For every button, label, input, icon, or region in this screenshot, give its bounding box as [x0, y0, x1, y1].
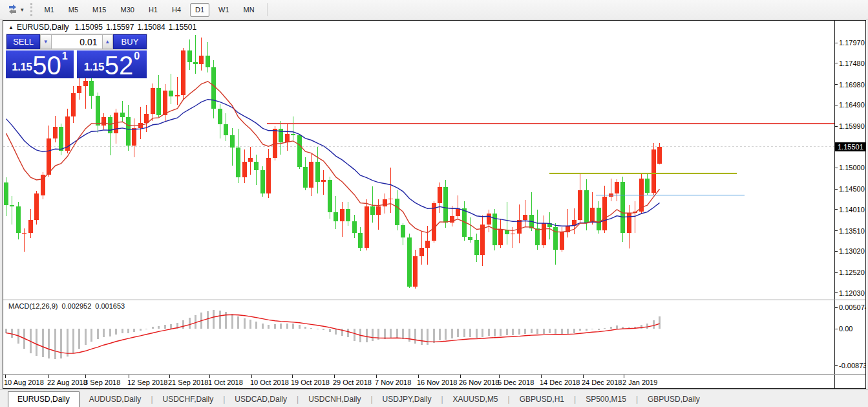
- macd-histogram-bar: [469, 329, 471, 337]
- macd-histogram-bar: [42, 329, 44, 357]
- candle-body: [333, 212, 338, 221]
- candle-body: [169, 91, 173, 97]
- macd-histogram-bar: [366, 329, 368, 342]
- tab-xauusd-m5[interactable]: XAUUSD,M5: [443, 392, 508, 407]
- timeframe-button-d1[interactable]: D1: [190, 3, 209, 17]
- macd-histogram-bar: [11, 329, 13, 338]
- candle-body: [425, 241, 430, 247]
- candle-body: [346, 209, 350, 222]
- candle-body: [321, 180, 326, 182]
- candle-body: [211, 67, 216, 109]
- candle-body: [468, 237, 472, 240]
- tab-sp500-m15[interactable]: SP500,M15: [576, 392, 636, 407]
- macd-histogram-bar: [482, 329, 483, 337]
- timeframe-button-mn[interactable]: MN: [238, 3, 260, 17]
- sell-button[interactable]: SELL: [6, 34, 40, 49]
- tab-usdchf-daily[interactable]: USDCHF,Daily: [153, 392, 224, 407]
- candle-body: [511, 234, 515, 234]
- candle-body: [96, 96, 100, 126]
- macd-histogram-bar: [549, 329, 551, 333]
- macd-histogram-bar: [164, 325, 166, 329]
- volume-increase-button[interactable]: ▲: [102, 34, 113, 49]
- macd-histogram-bar: [384, 329, 386, 339]
- ma-fast-line: [6, 82, 660, 233]
- macd-histogram-bar: [48, 329, 50, 358]
- buy-price-display[interactable]: 1.15 52 0: [77, 50, 147, 78]
- tab-audusd-daily[interactable]: AUDUSD,Daily: [79, 392, 151, 407]
- sell-price-display[interactable]: 1.15 50 1: [6, 50, 74, 78]
- timeframe-button-m1[interactable]: M1: [39, 3, 59, 17]
- timeframe-button-m5[interactable]: M5: [63, 3, 83, 17]
- tab-usdcnh-daily[interactable]: USDCNH,Daily: [299, 392, 370, 407]
- macd-histogram-bar: [329, 329, 331, 332]
- candle-body: [71, 93, 76, 116]
- macd-histogram-bar: [610, 327, 612, 329]
- tab-usdjpy-daily[interactable]: USDJPY,Daily: [373, 392, 441, 407]
- chart-window[interactable]: ▲ EURUSD,Daily 1.15095 1.15597 1.15084 1…: [3, 20, 866, 389]
- macd-histogram-bar: [494, 329, 496, 336]
- candle-body: [498, 230, 503, 245]
- toolbar-dropdown-caret-icon[interactable]: ▾: [21, 6, 24, 13]
- volume-input[interactable]: [52, 34, 102, 49]
- candle-body: [59, 127, 63, 151]
- candle-body: [615, 182, 619, 193]
- macd-histogram-bar: [219, 311, 221, 329]
- tab-gbpusd-h1[interactable]: GBPUSD,H1: [510, 392, 574, 407]
- candle-body: [352, 221, 357, 233]
- candle-body: [407, 237, 412, 287]
- macd-histogram-bar: [103, 329, 105, 337]
- macd-histogram-bar: [189, 318, 191, 329]
- price-axis-label: 1.17480: [839, 60, 865, 67]
- timeframe-button-h4[interactable]: H4: [167, 3, 186, 17]
- volume-decrease-button[interactable]: ▼: [40, 34, 51, 49]
- ohlc-open: 1.15095: [75, 23, 103, 32]
- candle-body: [77, 86, 81, 93]
- candle-body: [156, 88, 161, 115]
- price-axis-label: 1.13020: [839, 247, 865, 255]
- candle-body: [340, 209, 344, 221]
- macd-histogram-bar: [268, 325, 270, 329]
- macd-histogram-bar: [604, 328, 606, 329]
- candle-body: [291, 134, 295, 135]
- toolbar-grip-handle[interactable]: [30, 3, 32, 16]
- timeframe-button-m30[interactable]: M30: [116, 3, 140, 17]
- candle-body: [297, 135, 302, 166]
- candle-body: [266, 158, 271, 193]
- macd-histogram-bar: [280, 324, 282, 329]
- candle-body: [383, 199, 387, 207]
- macd-histogram-bar: [408, 329, 410, 342]
- chart-collapse-icon[interactable]: ▲: [8, 25, 14, 30]
- date-axis-label: 29 Oct 2018: [333, 379, 372, 386]
- candle-body: [438, 187, 442, 203]
- candle-body: [163, 91, 167, 115]
- tab-gbpusd-daily[interactable]: GBPUSD,Daily: [638, 392, 710, 407]
- date-axis-label: 16 Nov 2018: [417, 379, 457, 386]
- macd-histogram-bar: [122, 329, 123, 333]
- indicator-panel-separator[interactable]: [3, 300, 865, 300]
- macd-histogram-bar: [90, 329, 92, 342]
- tab-eurusd-daily[interactable]: EURUSD,Daily: [8, 391, 79, 407]
- macd-histogram-bar: [512, 329, 514, 335]
- timeframe-toolbar: ▾ M1M5M15M30H1H4D1W1MN: [0, 0, 868, 20]
- candle-body: [419, 248, 424, 257]
- macd-histogram-bar: [506, 329, 508, 335]
- candle-body: [456, 208, 460, 216]
- candle-body: [487, 214, 491, 225]
- one-click-trading-panel: SELL ▼ ▲ BUY 1.15 50 1 1.15 52 0: [6, 34, 147, 78]
- macd-histogram-bar: [598, 329, 600, 330]
- macd-histogram-bar: [145, 329, 147, 329]
- buy-button[interactable]: BUY: [113, 34, 147, 49]
- timeframe-button-w1[interactable]: W1: [213, 3, 235, 17]
- tab-usdcad-daily[interactable]: USDCAD,Daily: [225, 392, 297, 407]
- macd-histogram-bar: [390, 329, 392, 338]
- macd-histogram-bar: [402, 329, 404, 339]
- chart-arrows-icon[interactable]: [5, 3, 21, 16]
- price-axis-label: 1.17970: [839, 39, 865, 47]
- timeframe-button-h1[interactable]: H1: [143, 3, 163, 17]
- candle-body: [370, 206, 375, 215]
- candle-body: [602, 197, 607, 230]
- candle-body: [218, 109, 222, 124]
- timeframe-button-m15[interactable]: M15: [87, 3, 111, 17]
- macd-histogram-bar: [573, 329, 575, 333]
- price-axis-label: 1.16980: [839, 81, 865, 89]
